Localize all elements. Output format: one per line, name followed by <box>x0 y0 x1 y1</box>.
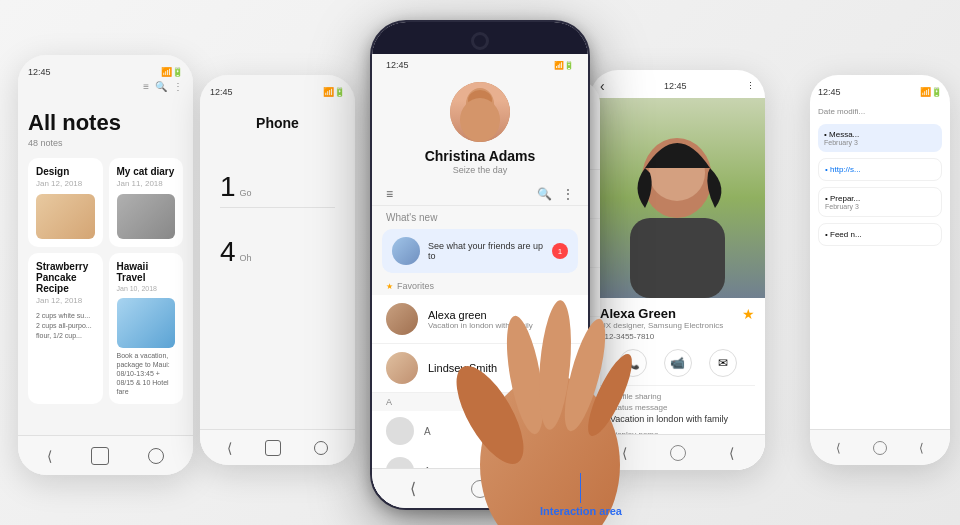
status-time-dialer: 12:45 <box>210 87 233 97</box>
annotation-line <box>580 473 581 503</box>
file-item-2[interactable]: • http://s... <box>818 158 942 181</box>
notif-avatar <box>392 237 420 265</box>
file-item-1[interactable]: • Messa... February 3 <box>818 124 942 152</box>
dial-label-4: Oh <box>240 253 252 263</box>
main-status-icons: 📶🔋 <box>554 61 574 70</box>
contacts-toolbar: ≡ 🔍 ⋮ <box>372 183 588 206</box>
back-icon-profile[interactable]: ‹ <box>600 78 605 94</box>
home-btn-files[interactable] <box>873 441 887 455</box>
bottom-nav-dialer: ⟨ <box>200 429 355 465</box>
phone-files: 12:45 📶🔋 Date modifi... • Messa... Febru… <box>810 75 950 465</box>
notes-grid: Design Jan 12, 2018 My cat diary Jan 11,… <box>28 158 183 247</box>
dial-num-4: 4 <box>220 236 236 268</box>
profile-name: Christina Adams <box>386 148 574 164</box>
more-icon[interactable]: ⋮ <box>173 81 183 92</box>
recents-btn-dialer[interactable] <box>314 441 328 455</box>
search-icon-main[interactable]: 🔍 <box>537 187 552 201</box>
notch-area <box>372 22 588 54</box>
more-icon-main[interactable]: ⋮ <box>562 187 574 201</box>
whats-new-label: What's new <box>372 206 588 225</box>
home-btn-dialer[interactable] <box>265 440 281 456</box>
status-icons-notes: 📶🔋 <box>161 67 183 77</box>
email-icon: ✉ <box>709 349 737 377</box>
back-btn-files[interactable]: ⟨ <box>836 441 841 455</box>
annotation-text: Interaction area <box>540 505 622 517</box>
status-bar-profile: ‹ 12:45 ⋮ <box>590 70 765 98</box>
dial-label-1: Go <box>240 188 252 198</box>
notes-subtitle: 48 notes <box>28 138 183 148</box>
note-card-cat[interactable]: My cat diary Jan 11, 2018 <box>109 158 184 247</box>
status-bar-dialer: 12:45 📶🔋 <box>210 83 345 101</box>
status-bar-notes: 12:45 📶🔋 <box>28 63 183 81</box>
home-btn-profile[interactable] <box>670 445 686 461</box>
phone-app-title: Phone <box>210 115 345 131</box>
profile-avatar <box>450 82 510 142</box>
recents-btn-files[interactable]: ⟨ <box>919 441 924 455</box>
back-icon-dialer[interactable]: ⟨ <box>227 440 232 456</box>
contact-avatar-alexa <box>386 303 418 335</box>
file-item-4[interactable]: • Feed n... <box>818 223 942 246</box>
notes-toolbar: ≡ 🔍 ⋮ <box>28 81 183 92</box>
hamburger-icon[interactable]: ≡ <box>386 187 393 201</box>
back-btn-main[interactable]: ⟨ <box>410 479 416 498</box>
favorite-star[interactable]: ★ <box>742 306 755 322</box>
star-icon: ★ <box>386 282 393 291</box>
status-icons-dialer: 📶🔋 <box>323 87 345 97</box>
file-item-3[interactable]: • Prepar... February 3 <box>818 187 942 217</box>
main-status-bar: 12:45 📶🔋 <box>372 54 588 72</box>
date-modified-label: Date modifi... <box>818 107 942 116</box>
bottom-nav-notes: ⟨ <box>18 435 193 475</box>
status-time-notes: 12:45 <box>28 67 51 77</box>
video-icon: 📹 <box>664 349 692 377</box>
search-icon[interactable]: 🔍 <box>155 81 167 92</box>
bottom-nav-files: ⟨ ⟨ <box>810 429 950 465</box>
main-status-time: 12:45 <box>386 60 409 70</box>
contact-avatar-lindsey <box>386 352 418 384</box>
status-bar-files: 12:45 📶🔋 <box>818 83 942 101</box>
profile-tagline: Seize the day <box>386 165 574 175</box>
svg-point-2 <box>460 98 500 142</box>
email-btn[interactable]: ✉ <box>709 349 737 377</box>
phone-dialer: 12:45 📶🔋 Phone 1 Go 4 Oh ⟨ <box>200 75 355 465</box>
dial-num-1: 1 <box>220 171 236 203</box>
favorites-label: Favorites <box>397 281 434 291</box>
profile-section: Christina Adams Seize the day <box>372 72 588 183</box>
note-image-travel <box>117 298 176 348</box>
notch <box>471 32 489 50</box>
note-image-design <box>36 194 95 239</box>
note-image-cat <box>117 194 176 239</box>
annotation-container: Interaction area <box>540 473 622 517</box>
back-icon-notes[interactable]: ⟨ <box>47 448 52 464</box>
menu-icon[interactable]: ≡ <box>143 81 149 92</box>
note-card-travel[interactable]: Hawaii Travel Jan 10, 2018 Book a vacati… <box>109 253 184 404</box>
contact-avatar-extra1 <box>386 417 414 445</box>
note-card-recipe[interactable]: Strawberry Pancake Recipe Jan 12, 2018 2… <box>28 253 103 404</box>
video-btn[interactable]: 📹 <box>664 349 692 377</box>
recents-btn-notes[interactable] <box>148 448 164 464</box>
phone-notes: 12:45 📶🔋 ≡ 🔍 ⋮ All notes 48 notes Design… <box>18 55 193 475</box>
home-btn-notes[interactable] <box>91 447 109 465</box>
note-card-design[interactable]: Design Jan 12, 2018 <box>28 158 103 247</box>
avatar-face <box>450 82 510 142</box>
recents-btn-profile[interactable]: ⟨ <box>729 445 734 461</box>
notes-title: All notes <box>28 110 183 136</box>
scene: 12:45 📶🔋 ≡ 🔍 ⋮ All notes 48 notes Design… <box>0 0 960 525</box>
